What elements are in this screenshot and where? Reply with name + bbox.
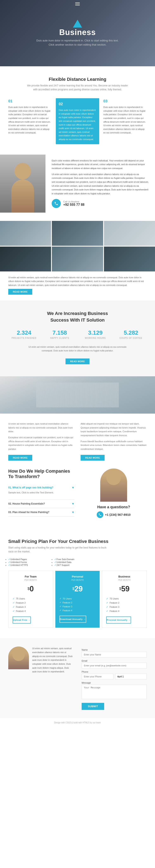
learning-subtitle: We provide flexible and 24/7 online lear… (26, 84, 129, 92)
team-feat-1: ✓75 Users (12, 596, 49, 601)
message-textarea[interactable] (82, 685, 147, 699)
personal-plan-button[interactable]: Download Annually → (60, 616, 86, 623)
pricing-cards: For Team PER MONTH $0 ✓75 Users ✓Feature… (8, 571, 147, 628)
gallery-item-2 (52, 221, 103, 246)
faq-item-1[interactable]: 01. What is off page seo link building? … (8, 484, 74, 500)
plan-period-personal: PER MONTH (60, 579, 96, 581)
personal-feat-1: ✓75 Users (60, 596, 96, 600)
feat-2-3: ✓24/7 Support (54, 564, 101, 566)
submit-button[interactable]: SUBMIT (82, 703, 104, 710)
phone-label: Phone (82, 671, 147, 673)
faq-answer-1: Sample text, Click to select the Text El… (8, 491, 74, 495)
faq-q-text-3: Plan Ahead for Home Painting? (12, 511, 49, 514)
faq-header-2[interactable]: 02. House Painting Essentials? ▼ (8, 502, 74, 505)
gallery (0, 221, 155, 272)
stat-num-1: 2.324 (8, 330, 40, 336)
team-plan-button[interactable]: Upload Free → (12, 616, 31, 623)
stats-text: Ut enim ad minim veniam, quis nostrud ex… (26, 345, 129, 353)
pricing-subtitle: Start using static.app as a hosting for … (8, 546, 108, 554)
col-right-text-1: Altibi aliquet est imperdi non tristique… (81, 422, 147, 437)
hamburger-menu[interactable] (75, 2, 80, 5)
contact-inner: Ut enim ad minim veniam, quis nostrud ex… (8, 647, 147, 710)
learn-num-1: 01 (8, 98, 52, 104)
gallery-text-section: Ut enim ad minim veniam, quis nostrud ex… (0, 272, 155, 301)
business-feat-1: ✓75 Users (106, 596, 143, 601)
stats-section: We Are Increasing Business Success With … (0, 301, 155, 376)
plan-features-business: ✓75 Users ✓Feature 2 ✓Feature 3 ✓Feature… (106, 596, 143, 613)
col-right-text-2: Fusce blandit faucibus scelerisque solli… (81, 439, 147, 451)
check-p4: ✓ (60, 609, 62, 612)
stat-item-1: 2.324 PROJECTS FINISHED (8, 330, 40, 339)
col-left-text-1: Ut enim ad minim veniam, quis nostrud ex… (8, 422, 74, 433)
phone-row: +1 (234) 567-8910 (97, 512, 130, 518)
faq-arrow-3: ▼ (72, 510, 74, 514)
call-label: Call Us Anytime (63, 200, 84, 203)
phone-icon (52, 199, 61, 208)
personal-feat-3: ✓Feature 3 (60, 604, 96, 608)
check-t4: ✓ (12, 610, 15, 613)
price-value-personal: $29 (60, 585, 96, 593)
pricing-title: Small Pricing Plan For Your Creative Bus… (8, 539, 147, 544)
personal-feat-4: ✓Feature 4 (60, 608, 96, 612)
plan-features-team: ✓75 Users ✓Feature 2 ✓Feature 3 ✓Feature… (12, 596, 49, 613)
team-feat-4: ✓Feature 4 (12, 609, 49, 613)
col-right-read-more[interactable]: READ MORE (81, 455, 105, 461)
faq-question-3: 03. Plan Ahead for Home Painting? (8, 511, 49, 514)
faq-q-text-1: What is off page seo link building? (12, 486, 53, 489)
contact-section: Ut enim ad minim veniam, quis nostrud ex… (0, 638, 155, 718)
contact-form-wrap: Name Email Phone April 1 April 2 April 3… (82, 647, 147, 710)
price-dollar-team: $ (28, 587, 30, 591)
faq-item-2[interactable]: 02. House Painting Essentials? ▼ (8, 500, 74, 508)
name-label: Name (82, 649, 147, 651)
contact-person-image (8, 647, 29, 669)
faq-header-3[interactable]: 03. Plan Ahead for Home Painting? ▼ (8, 510, 74, 514)
gallery-item-6 (104, 247, 155, 272)
business-plan-button[interactable]: Proceed Annually → (106, 616, 131, 623)
feat-2-1: ✓Free Sub-Domain (54, 558, 101, 561)
plan-features-personal: ✓75 Users ✓Feature 2 ✓Feature 3 ✓Feature… (60, 596, 96, 612)
faq-item-3[interactable]: 03. Plan Ahead for Home Painting? ▼ (8, 508, 74, 517)
phone-icon-faq (97, 512, 103, 518)
person-para-2: Ut enim ad minim veniam, quis nostrud ex… (52, 173, 149, 196)
gallery-item-5 (52, 247, 103, 272)
faq-right: Have a questions? +1 (234) 567-8910 (81, 468, 147, 518)
check-t1: ✓ (12, 597, 15, 600)
stats-read-more-button[interactable]: READ MORE (66, 359, 89, 364)
phone-svg-faq (99, 513, 102, 516)
check-icon-2: ✓ (8, 561, 10, 564)
faq-question-1: 01. What is off page seo link building? (8, 486, 53, 489)
gallery-item-4 (0, 247, 51, 272)
gallery-paragraph: Ut enim ad minim veniam, quis nostrud ex… (8, 276, 147, 287)
name-input[interactable] (82, 652, 147, 657)
pricing-feat-col-1: ✓Unlimited Pages ✓Unlimited Forms ✓Unlim… (8, 558, 54, 566)
business-feat-3: ✓Feature 3 (106, 605, 143, 609)
learning-title: Flexible Distance Learning (8, 77, 147, 82)
contact-left-text: Ut enim ad minim veniam, quis nostrud ex… (32, 647, 73, 674)
check-t2: ✓ (12, 601, 15, 604)
faq-title: How Do We Help Companies To Transform? (8, 468, 74, 479)
col-left-text-2: Excepteur sint occaecat cupidatat non pr… (8, 436, 74, 451)
check-b2: ✓ (106, 601, 108, 604)
gallery-read-more-button[interactable]: READ MORE (8, 289, 32, 294)
check-t3: ✓ (12, 606, 15, 608)
date-select[interactable]: April 1 April 2 April 3 (115, 674, 147, 679)
col-left-read-more[interactable]: READ MORE (8, 455, 32, 461)
stats-grid: 2.324 PROJECTS FINISHED 7.158 HAPPY CLIE… (8, 330, 147, 339)
learn-text-1: Duis aute irure dolor in reprehenderit i… (8, 105, 52, 135)
phone-input[interactable] (82, 674, 113, 679)
email-input[interactable] (82, 663, 147, 669)
col-text-right: Altibi aliquet est imperdi non tristique… (81, 422, 147, 462)
check-p3: ✓ (60, 605, 62, 608)
person-para-1: Each color evokes different emotions for… (52, 159, 149, 170)
faq-header-1[interactable]: 01. What is off page seo link building? … (8, 486, 74, 489)
person-section: Each color evokes different emotions for… (0, 155, 155, 221)
faq-arrow-2: ▼ (72, 502, 74, 505)
logo-triangle-icon (73, 20, 82, 28)
contact-person-wrap: Ut enim ad minim veniam, quis nostrud ex… (8, 647, 73, 674)
gallery-item-3 (104, 221, 155, 246)
stats-title-2: Success With IT Solution (8, 317, 147, 323)
learn-item-2: 02 Duis aute irure dolor in reprehenderi… (56, 98, 99, 144)
price-dollar-business: $ (119, 587, 121, 591)
hero-section: Business Duis aute irure dolor in repreh… (0, 0, 155, 66)
plan-name-business: Business (106, 575, 143, 578)
